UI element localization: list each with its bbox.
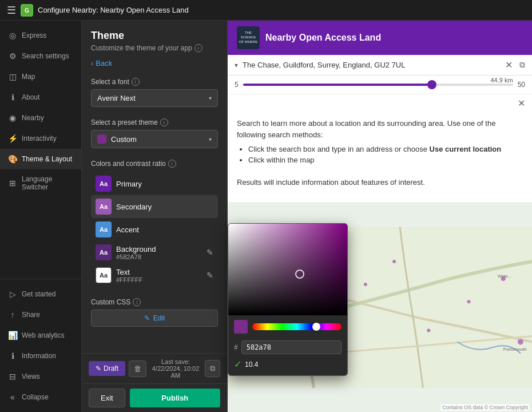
search-value: The Chase, Guildford, Surrey, England, G…	[243, 61, 501, 69]
nearby-icon: ◉	[8, 113, 17, 122]
distance-row: 5 44.9 km 50	[228, 76, 532, 94]
info-dialog: Search to learn more about a location an…	[228, 109, 532, 203]
app-title: Nearby Open Access Land	[265, 33, 381, 43]
text-color-info: Text #FFFFFF	[116, 268, 202, 283]
preset-theme-section: Select a preset theme i Custom ▾	[82, 113, 227, 154]
copy-button[interactable]: ⧉	[205, 360, 220, 377]
app-logo-icon: G	[21, 4, 33, 17]
custom-css-label: Custom CSS i	[91, 298, 218, 306]
hex-hash-label: #	[234, 343, 238, 351]
sidebar-item-nearby[interactable]: ◉ Nearby	[0, 108, 81, 128]
color-item-secondary[interactable]: Aa Secondary	[91, 195, 218, 218]
panel-title: Theme	[91, 30, 218, 42]
views-icon: ⊟	[8, 372, 17, 381]
search-close-icon[interactable]: ✕	[505, 60, 513, 70]
font-section: Select a font i Avenir Next ▾	[82, 72, 227, 113]
dist-thumb	[427, 80, 436, 89]
chevron-down-icon: ▾	[209, 95, 212, 101]
sidebar-item-information[interactable]: ℹ Information	[0, 346, 81, 366]
custom-css-info-icon[interactable]: i	[133, 298, 141, 306]
svg-point-9	[392, 259, 396, 263]
background-color-info: Background #582A78	[116, 245, 202, 260]
contrast-check-icon: ✓	[234, 359, 241, 370]
font-dropdown[interactable]: Avenir Next ▾	[91, 89, 218, 107]
sidebar-item-web-analytics[interactable]: 📊 Web analytics	[0, 325, 81, 346]
font-label: Select a font i	[91, 78, 218, 86]
secondary-color-info: Secondary	[116, 203, 213, 211]
share-icon: ↑	[8, 310, 17, 319]
info-text-2: Results will include information about f…	[237, 177, 523, 188]
info-bullet-1: Click the search box and type in an addr…	[248, 145, 523, 153]
subtitle-info-icon[interactable]: i	[194, 44, 203, 52]
sidebar-item-search-settings[interactable]: ⚙ Search settings	[0, 46, 81, 66]
primary-swatch: Aa	[96, 176, 112, 192]
hue-row	[228, 315, 347, 338]
colors-section: Colors and contrast ratio i Aa Primary A…	[82, 154, 227, 292]
text-swatch: Aa	[96, 267, 112, 283]
map-copyright: Contains OS data © Crown Copyright	[440, 404, 530, 411]
color-gradient-picker[interactable]	[228, 224, 347, 315]
exit-button[interactable]: Exit	[89, 389, 125, 407]
color-picker-popup: # ✓ 10.4	[228, 223, 348, 376]
sidebar-item-collapse[interactable]: « Collapse	[0, 387, 81, 407]
pencil-icon: ✎	[144, 314, 150, 322]
svg-text:G: G	[25, 7, 29, 14]
color-preview-swatch	[234, 320, 248, 334]
sidebar-item-views[interactable]: ⊟ Views	[0, 366, 81, 387]
sidebar: ◎ Express ⚙ Search settings ◫ Map ℹ Abou…	[0, 21, 82, 412]
language-switcher-icon: ⊞	[8, 179, 17, 188]
theme-layout-icon: 🎨	[8, 154, 17, 164]
css-edit-button[interactable]: ✎ Edit	[91, 310, 218, 327]
info-dialog-close-icon[interactable]: ✕	[518, 98, 525, 109]
delete-button[interactable]: 🗑	[129, 360, 146, 377]
search-chevron-icon: ▾	[235, 61, 238, 69]
colors-info-icon[interactable]: i	[168, 160, 176, 168]
text-edit-icon[interactable]: ✎	[207, 271, 213, 280]
color-item-text[interactable]: Aa Text #FFFFFF ✎	[91, 264, 218, 287]
preset-info-icon[interactable]: i	[160, 118, 168, 126]
info-dialog-header: ✕	[228, 94, 532, 109]
sidebar-item-share[interactable]: ↑ Share	[0, 304, 81, 325]
hex-row: #	[228, 338, 347, 359]
publish-button[interactable]: Publish	[130, 389, 220, 407]
background-edit-icon[interactable]: ✎	[207, 248, 213, 257]
svg-point-5	[427, 328, 430, 332]
color-item-primary[interactable]: Aa Primary	[91, 172, 218, 195]
sidebar-item-interactivity[interactable]: ⚡ Interactivity	[0, 128, 81, 149]
external-link-icon[interactable]: ⧉	[519, 60, 525, 70]
save-info: Last save: 4/22/2024, 10:02 AM	[150, 358, 201, 379]
accent-color-info: Accent	[116, 225, 213, 234]
draft-icon: ✎	[96, 365, 101, 373]
font-info-icon[interactable]: i	[132, 78, 140, 86]
interactivity-icon: ⚡	[8, 134, 17, 143]
hue-slider[interactable]	[252, 323, 342, 330]
svg-text:Woki...: Woki...	[498, 274, 511, 279]
panel-scroll-area[interactable]: Select a font i Avenir Next ▾ Select a p…	[82, 72, 227, 353]
accent-swatch: Aa	[96, 221, 112, 237]
menu-icon[interactable]: ☰	[7, 4, 16, 17]
sidebar-item-theme-layout[interactable]: 🎨 Theme & Layout	[0, 149, 81, 169]
distance-slider[interactable]: 44.9 km	[243, 79, 513, 90]
panel-subtitle: Customize the theme of your app i	[91, 44, 218, 52]
dist-max-label: 50	[518, 81, 525, 89]
sidebar-item-get-started[interactable]: ▷ Get started	[0, 284, 81, 304]
about-icon: ℹ	[8, 93, 17, 102]
sidebar-item-map[interactable]: ◫ Map	[0, 66, 81, 87]
hue-thumb	[312, 323, 320, 331]
hex-input[interactable]	[241, 340, 342, 354]
sidebar-item-express[interactable]: ◎ Express	[0, 25, 81, 46]
info-text-1: Search to learn more about a location an…	[237, 118, 523, 140]
preset-dropdown[interactable]: Custom ▾	[91, 130, 218, 148]
color-item-background[interactable]: Aa Background #582A78 ✎	[91, 241, 218, 264]
search-panel: ▾ The Chase, Guildford, Surrey, England,…	[228, 55, 532, 76]
distance-km-label: 44.9 km	[243, 77, 513, 84]
draft-button[interactable]: ✎ Draft	[89, 361, 125, 376]
svg-text:Portsmouth: Portsmouth	[503, 346, 527, 351]
back-button[interactable]: ‹ Back	[82, 54, 227, 72]
color-item-accent[interactable]: Aa Accent	[91, 218, 218, 241]
sidebar-item-language-switcher[interactable]: ⊞ Language Switcher	[0, 169, 81, 197]
sidebar-item-about[interactable]: ℹ About	[0, 87, 81, 108]
collapse-icon: «	[8, 393, 17, 402]
svg-point-6	[467, 300, 471, 303]
info-bullet-2: Click within the map	[248, 156, 523, 164]
